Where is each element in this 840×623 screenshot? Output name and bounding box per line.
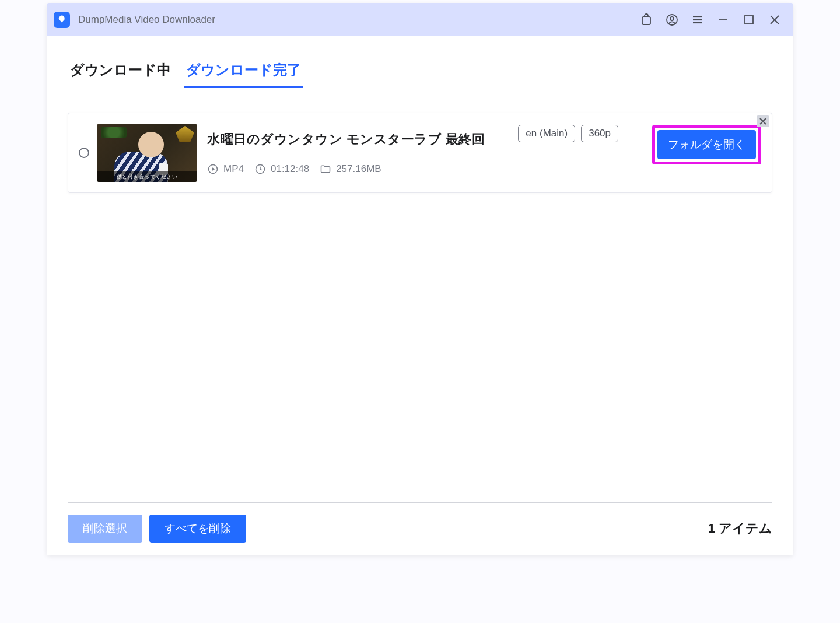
footer: 削除選択 すべてを削除 1 アイテム (68, 502, 772, 555)
folder-icon (320, 163, 331, 175)
remove-item-button[interactable] (757, 116, 769, 127)
quality-chip[interactable]: 360p (581, 125, 618, 142)
item-meta: MP4 01:12:48 257.16MB (207, 163, 508, 175)
thumbnail-caption: 僕と付き合ってください (97, 172, 197, 182)
svg-rect-7 (745, 16, 753, 24)
size-value: 257.16MB (336, 163, 382, 175)
format-meta: MP4 (207, 163, 244, 175)
download-item: 僕と付き合ってください 水曜日のダウンタウン モンスターラブ 最終回 MP4 0… (68, 113, 772, 193)
user-icon[interactable] (659, 7, 685, 33)
app-window: DumpMedia Video Downloader ダウンロード中 ダウンロー… (47, 4, 793, 555)
close-button[interactable] (762, 7, 788, 33)
item-count: 1 アイテム (708, 520, 772, 537)
size-meta: 257.16MB (320, 163, 382, 175)
app-logo-icon (54, 12, 70, 28)
app-title: DumpMedia Video Downloader (78, 14, 215, 26)
svg-rect-0 (642, 17, 650, 24)
format-value: MP4 (223, 163, 244, 175)
tab-downloading[interactable]: ダウンロード中 (68, 61, 173, 88)
minimize-button[interactable] (710, 7, 736, 33)
open-folder-button[interactable]: フォルダを開く (657, 130, 756, 159)
store-icon[interactable] (634, 7, 659, 33)
clock-icon (254, 163, 266, 175)
delete-selected-button[interactable]: 削除選択 (68, 514, 142, 542)
item-title: 水曜日のダウンタウン モンスターラブ 最終回 (207, 131, 508, 148)
tab-completed[interactable]: ダウンロード完了 (184, 61, 303, 88)
svg-point-2 (670, 17, 674, 20)
svg-point-1 (667, 15, 677, 25)
video-thumbnail: 僕と付き合ってください (97, 124, 197, 182)
duration-value: 01:12:48 (271, 163, 309, 175)
titlebar: DumpMedia Video Downloader (47, 4, 793, 36)
play-icon (207, 163, 219, 175)
open-folder-highlight: フォルダを開く (652, 125, 761, 164)
select-item-radio[interactable] (79, 148, 89, 158)
menu-icon[interactable] (685, 7, 710, 33)
duration-meta: 01:12:48 (254, 163, 309, 175)
maximize-button[interactable] (736, 7, 762, 33)
content-area: 僕と付き合ってください 水曜日のダウンタウン モンスターラブ 最終回 MP4 0… (47, 88, 793, 502)
language-chip[interactable]: en (Main) (518, 125, 575, 142)
delete-all-button[interactable]: すべてを削除 (149, 514, 246, 542)
tab-bar: ダウンロード中 ダウンロード完了 (68, 36, 772, 88)
